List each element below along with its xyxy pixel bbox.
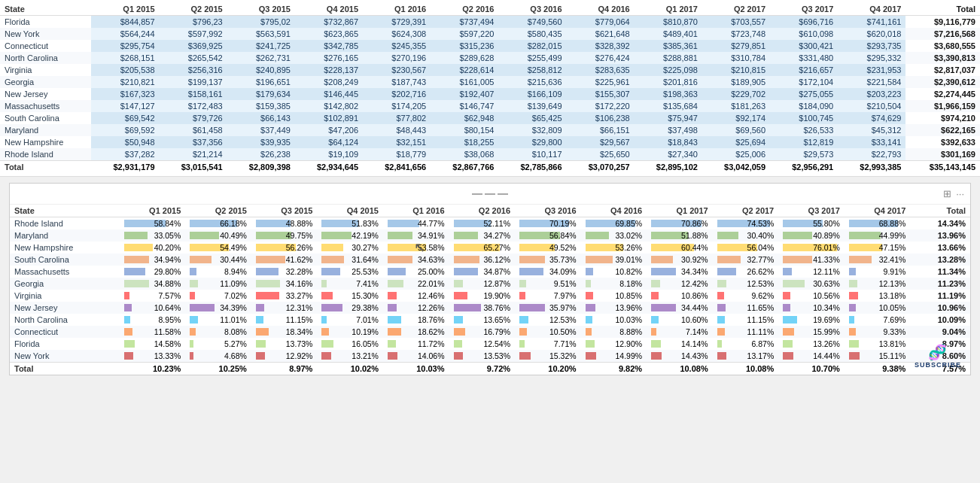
top-cell-11-12: $22,793 [838, 148, 905, 161]
pct-text: 74.53% [747, 219, 775, 228]
pct-text: 7.71% [554, 339, 577, 348]
bottom-cell-3-11: 41.33% [778, 254, 845, 266]
top-cell-11-2: $21,214 [160, 148, 227, 161]
bottom-panel: ⊞ ··· StateQ1 2015Q2 2015Q3 2015Q4 2015Q… [9, 183, 971, 375]
top-cell-11-8: $25,650 [567, 148, 635, 161]
top-cell-11-4: $19,109 [295, 148, 363, 161]
top-cell-10-10: $25,694 [702, 136, 770, 148]
top-table: StateQ1 2015Q2 2015Q3 2015Q4 2015Q1 2016… [0, 3, 980, 173]
bar-visual [586, 232, 609, 239]
dna-icon: 🧬 [928, 343, 947, 361]
subscribe-label[interactable]: SUBSCRIBE [915, 361, 961, 369]
bar-visual [190, 292, 195, 299]
table-row: Connecticut11.58%8.08%18.34%10.19%18.62%… [10, 326, 970, 338]
pct-text: 12.53% [747, 279, 775, 288]
bottom-cell-1-11: 40.89% [778, 229, 845, 242]
top-cell-11-3: $26,238 [227, 148, 295, 161]
top-cell-6-13: $2,274,445 [905, 88, 980, 100]
top-cell-0-3: $795,02 [227, 16, 295, 29]
bar-visual [256, 316, 264, 324]
top-cell-5-3: $196,651 [227, 76, 295, 88]
top-cell-8-13: $974,210 [905, 112, 980, 124]
table-row: Connecticut$295,754$369,925$241,725$342,… [0, 40, 980, 52]
top-cell-5-11: $172,104 [770, 76, 838, 88]
top-cell-7-7: $139,649 [498, 100, 566, 112]
bar-visual [849, 340, 859, 348]
bar-visual [124, 292, 129, 299]
bottom-total-cell-9: 10.08% [647, 363, 713, 375]
bottom-cell-6-12: 13.18% [845, 290, 911, 302]
bottom-cell-7-4: 29.38% [317, 302, 383, 314]
bottom-cell-0-10: 74.53% [713, 217, 779, 230]
more-options-icon[interactable]: ··· [956, 188, 964, 199]
pct-text: 34.44% [681, 303, 708, 312]
pct-text: 14.43% [681, 351, 708, 360]
bar-visual [256, 328, 269, 336]
top-cell-0-1: $844,857 [91, 16, 159, 29]
bottom-cell-3-1: 34.94% [120, 254, 186, 266]
bottom-cell-3-10: 32.77% [713, 254, 779, 266]
bottom-total-cell-2: 10.25% [185, 363, 251, 375]
bottom-cell-2-12: 47.15% [845, 242, 911, 254]
bottom-cell-11-8: 14.99% [581, 350, 647, 363]
top-cell-3-8: $276,424 [567, 52, 635, 64]
bottom-cell-4-4: 25.53% [317, 266, 383, 278]
pct-text: 12.92% [286, 351, 313, 360]
top-cell-7-6: $146,747 [431, 100, 498, 112]
bottom-cell-8-7: 12.53% [515, 314, 581, 326]
bottom-cell-0-8: 69.85% [581, 217, 647, 230]
bottom-cell-2-13: 13.66% [910, 242, 970, 254]
bottom-col-header-7: Q3 2016 [515, 205, 581, 217]
pct-text: 13.18% [879, 291, 906, 300]
pct-text: 33.05% [154, 231, 181, 240]
bottom-cell-8-0: North Carolina [10, 314, 120, 326]
drag-handle[interactable] [472, 193, 508, 195]
pct-text: 5.27% [224, 339, 247, 348]
top-cell-7-9: $135,684 [635, 100, 702, 112]
bar-visual [783, 316, 797, 324]
top-cell-5-6: $161,005 [431, 76, 498, 88]
top-cell-2-6: $315,236 [431, 40, 498, 52]
bottom-cell-5-11: 30.63% [778, 278, 845, 290]
pct-text: 10.05% [879, 303, 906, 312]
pct-text: 11.11% [747, 327, 775, 336]
bottom-cell-5-10: 12.53% [713, 278, 779, 290]
bottom-cell-1-6: 34.27% [449, 229, 516, 242]
top-cell-7-1: $147,127 [91, 100, 159, 112]
top-cell-2-4: $342,785 [295, 40, 363, 52]
pct-text: 48.88% [286, 219, 313, 228]
top-cell-4-3: $240,895 [227, 64, 295, 76]
pct-text: 31.64% [352, 255, 379, 264]
pct-text: 12.42% [681, 279, 708, 288]
pct-text: 15.30% [352, 291, 379, 300]
top-cell-1-2: $597,992 [160, 28, 227, 40]
bar-visual [783, 256, 812, 263]
top-cell-4-5: $230,567 [363, 64, 431, 76]
bar-visual [519, 280, 526, 287]
bottom-cell-7-1: 10.64% [120, 302, 186, 314]
bottom-total-cell-1: 10.23% [120, 363, 186, 375]
bottom-cell-4-10: 26.62% [713, 266, 779, 278]
bottom-cell-6-8: 10.85% [581, 290, 647, 302]
bottom-cell-8-2: 11.01% [185, 314, 251, 326]
pct-text: 53.58% [418, 243, 445, 252]
pct-text: 10.34% [813, 303, 840, 312]
expand-icon[interactable]: ⊞ [943, 188, 951, 199]
pct-text: 22.01% [418, 279, 445, 288]
bottom-total-cell-0: Total [10, 363, 120, 375]
top-cell-1-3: $563,591 [227, 28, 295, 40]
bottom-cell-0-11: 55.80% [778, 217, 845, 230]
pct-text: 19.90% [483, 291, 510, 300]
bar-visual [717, 316, 726, 324]
table-row: North Carolina$268,151$265,542$262,731$2… [0, 52, 980, 64]
pct-text: 25.00% [418, 267, 445, 276]
pct-text: 19.69% [813, 315, 840, 324]
pct-text: 60.44% [681, 243, 708, 252]
pct-text: 58.84% [154, 219, 181, 228]
bottom-col-header-0: State [10, 205, 120, 217]
top-cell-7-11: $184,090 [770, 100, 838, 112]
bottom-cell-6-10: 9.62% [713, 290, 779, 302]
top-cell-3-5: $270,196 [363, 52, 431, 64]
top-total-row: Total$2,931,179$3,015,541$2,809,398$2,93… [0, 161, 980, 174]
bottom-cell-7-11: 10.34% [778, 302, 845, 314]
